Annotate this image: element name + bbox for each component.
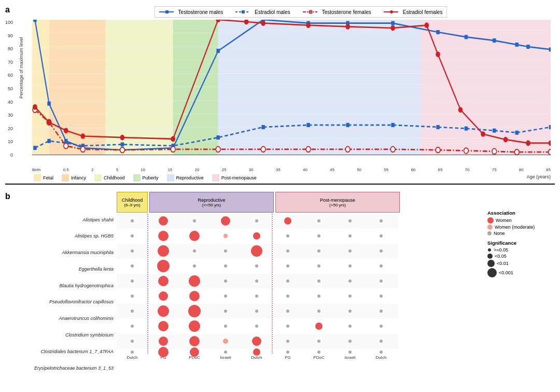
y-label-0: Alistipes shahii [21, 217, 114, 223]
svg-point-188 [159, 337, 168, 346]
dot-chart: Alistipes shahii Alistipes sp. HGB5 Akke… [21, 192, 555, 387]
svg-text:Dutch: Dutch [127, 355, 138, 360]
svg-text:PG: PG [285, 355, 291, 360]
sig-005-label: >=0.05 [494, 247, 508, 253]
svg-rect-57 [549, 125, 551, 129]
y-label-6: Anaerotruncus colihominis [21, 316, 114, 321]
svg-point-87 [436, 51, 440, 57]
childhood-header: Childhood (6–9 yrs) [117, 192, 148, 213]
svg-point-185 [348, 325, 352, 328]
assoc-none: None [487, 231, 555, 236]
panel-a: a Testosterone males Estradiol males Tes… [5, 5, 555, 181]
svg-point-130 [317, 234, 320, 237]
svg-point-190 [223, 339, 228, 344]
sig-01-label: <0.01 [497, 261, 509, 266]
svg-point-202 [317, 351, 320, 354]
significance-legend: Significance >=0.05 <0.05 <0.01 [487, 240, 555, 277]
reproductive-header: Reproductive (<=50 yrs) [149, 192, 274, 213]
svg-rect-36 [436, 30, 440, 34]
svg-point-60 [64, 143, 68, 149]
svg-point-134 [158, 245, 169, 257]
svg-rect-40 [526, 45, 530, 49]
svg-point-163 [224, 295, 227, 298]
svg-point-75 [47, 119, 51, 125]
svg-point-72 [514, 149, 519, 155]
svg-point-135 [193, 249, 196, 253]
svg-point-88 [458, 107, 463, 113]
y-axis-label: Percentage of maximum level [19, 37, 24, 99]
svg-point-174 [286, 310, 289, 313]
svg-point-83 [306, 22, 311, 28]
svg-point-172 [224, 310, 227, 313]
svg-point-180 [189, 320, 200, 332]
svg-point-189 [189, 336, 200, 346]
svg-point-90 [503, 137, 508, 143]
svg-point-77 [80, 133, 85, 139]
svg-point-171 [188, 305, 201, 317]
svg-point-164 [255, 295, 258, 298]
svg-point-155 [255, 279, 258, 283]
none-dot [487, 231, 492, 235]
childhood-sub: (6–9 yrs) [124, 203, 141, 207]
svg-point-69 [436, 147, 440, 153]
women-dot [487, 217, 494, 223]
svg-point-126 [189, 231, 200, 241]
svg-point-156 [286, 279, 289, 283]
svg-point-176 [348, 310, 352, 313]
y-label-4: Blautia hydrogenotrophica [21, 283, 114, 289]
sig-05-label: <0.05 [495, 254, 507, 259]
svg-point-117 [193, 219, 196, 222]
svg-rect-51 [346, 123, 349, 127]
women-mod-dot [487, 225, 493, 230]
legend-postmeno: Post-menopause [212, 174, 257, 181]
dot-svg: Dutch PG PDoC Israeli Dutch PG PDoC Isra… [117, 214, 398, 364]
sig-01: <0.01 [487, 260, 555, 267]
svg-point-122 [348, 219, 352, 222]
svg-text:Dutch: Dutch [376, 355, 387, 360]
infancy-label: Infancy [71, 175, 86, 180]
svg-point-84 [345, 24, 350, 30]
sig-001-label: <0.001 [499, 270, 513, 275]
svg-point-65 [261, 147, 265, 152]
svg-point-194 [348, 340, 352, 343]
postmeno-header: Post-menopause (>50 yrs) [275, 192, 400, 213]
postmeno-label: Post-menopause [221, 175, 257, 180]
svg-rect-12 [218, 20, 421, 155]
legend-infancy: Infancy [62, 174, 86, 181]
childhood-box [94, 174, 102, 181]
svg-rect-25 [33, 20, 37, 22]
svg-point-73 [549, 149, 551, 155]
svg-point-154 [224, 279, 227, 283]
legend-label-tf: Testosterone females [322, 9, 371, 15]
sig-05-dot [487, 254, 493, 259]
sig-001: <0.001 [487, 268, 555, 277]
legend-item-tm: Testosterone males [159, 9, 223, 15]
svg-point-204 [380, 351, 383, 354]
svg-point-137 [251, 245, 262, 257]
svg-point-132 [380, 234, 383, 237]
legend-item-em: Estradiol males [235, 9, 290, 15]
svg-rect-38 [493, 38, 496, 43]
svg-point-181 [224, 325, 227, 328]
svg-point-61 [80, 147, 85, 152]
svg-point-74 [33, 104, 37, 110]
y-label-5: Pseudoflavonifractor capillosus [21, 299, 114, 305]
assoc-women-mod: Women (moderate) [487, 225, 555, 230]
svg-point-161 [159, 291, 168, 301]
svg-rect-26 [47, 102, 51, 106]
svg-rect-55 [493, 129, 496, 133]
svg-text:PDoC: PDoC [313, 355, 325, 360]
svg-point-125 [158, 231, 169, 241]
legend-item-tf: Testosterone females [303, 9, 371, 15]
chart-svg [32, 20, 551, 172]
svg-point-160 [131, 295, 134, 298]
assoc-women-label: Women [496, 218, 512, 223]
svg-rect-52 [391, 123, 395, 127]
svg-point-187 [131, 340, 134, 343]
x-axis-label: Age (years) [526, 174, 551, 179]
svg-point-157 [317, 279, 320, 283]
assoc-women-mod-label: Women (moderate) [495, 225, 535, 230]
sig-005: >=0.05 [487, 247, 555, 253]
svg-rect-35 [391, 21, 395, 25]
reproductive-sub: (<=50 yrs) [202, 203, 221, 207]
